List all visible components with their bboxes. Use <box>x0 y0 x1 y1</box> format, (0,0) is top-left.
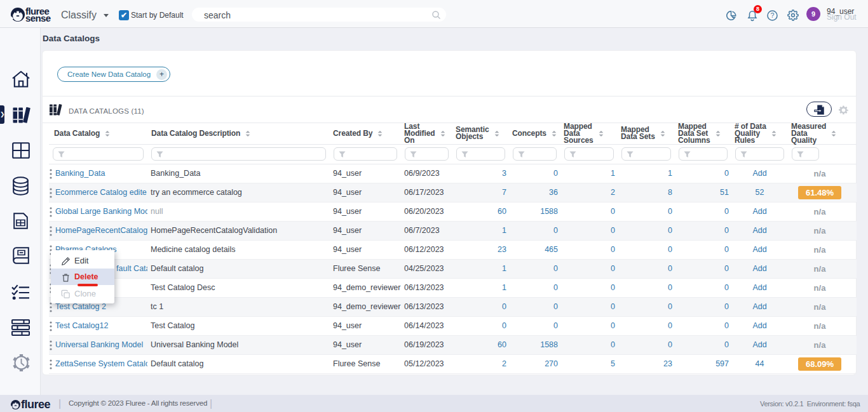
svg-text:?: ? <box>771 11 775 19</box>
